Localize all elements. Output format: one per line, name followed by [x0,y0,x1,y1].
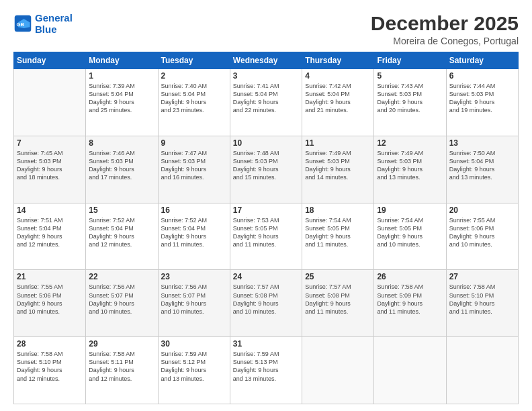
day-number: 5 [377,71,443,81]
day-number: 23 [161,272,227,281]
day-number: 27 [449,272,515,281]
calendar-cell: 25Sunrise: 7:57 AM Sunset: 5:08 PM Dayli… [302,270,374,337]
day-number: 20 [449,205,515,215]
calendar-week-row: 14Sunrise: 7:51 AM Sunset: 5:04 PM Dayli… [14,203,519,270]
calendar-week-row: 28Sunrise: 7:58 AM Sunset: 5:10 PM Dayli… [14,337,519,404]
calendar-cell: 16Sunrise: 7:52 AM Sunset: 5:04 PM Dayli… [158,203,230,270]
calendar-header-row: SundayMondayTuesdayWednesdayThursdayFrid… [14,52,519,69]
day-info: Sunrise: 7:41 AM Sunset: 5:04 PM Dayligh… [233,82,299,115]
day-info: Sunrise: 7:59 AM Sunset: 5:12 PM Dayligh… [161,350,227,383]
day-info: Sunrise: 7:49 AM Sunset: 5:03 PM Dayligh… [305,149,371,182]
calendar-table: SundayMondayTuesdayWednesdayThursdayFrid… [13,52,519,404]
day-info: Sunrise: 7:58 AM Sunset: 5:10 PM Dayligh… [17,350,83,383]
day-info: Sunrise: 7:39 AM Sunset: 5:04 PM Dayligh… [89,82,154,115]
day-number: 29 [89,339,154,349]
day-number: 9 [161,138,227,148]
day-number: 31 [233,339,299,349]
day-number: 18 [305,205,371,215]
title-block: December 2025 Moreira de Conegos, Portug… [371,12,519,46]
day-info: Sunrise: 7:58 AM Sunset: 5:11 PM Dayligh… [89,350,154,383]
day-info: Sunrise: 7:51 AM Sunset: 5:04 PM Dayligh… [17,216,83,249]
day-number: 22 [89,272,154,281]
logo-icon: GB [13,14,32,33]
weekday-header: Thursday [302,52,374,69]
day-info: Sunrise: 7:59 AM Sunset: 5:13 PM Dayligh… [233,350,299,383]
calendar-cell: 22Sunrise: 7:56 AM Sunset: 5:07 PM Dayli… [86,270,158,337]
day-info: Sunrise: 7:48 AM Sunset: 5:03 PM Dayligh… [233,149,299,182]
calendar-cell: 19Sunrise: 7:54 AM Sunset: 5:05 PM Dayli… [374,203,446,270]
day-info: Sunrise: 7:42 AM Sunset: 5:04 PM Dayligh… [305,82,371,115]
calendar-cell: 30Sunrise: 7:59 AM Sunset: 5:12 PM Dayli… [158,337,230,404]
day-info: Sunrise: 7:46 AM Sunset: 5:03 PM Dayligh… [89,149,154,182]
calendar-cell: 18Sunrise: 7:54 AM Sunset: 5:05 PM Dayli… [302,203,374,270]
day-number: 16 [161,205,227,215]
logo: GB General Blue [13,12,73,36]
calendar-cell: 14Sunrise: 7:51 AM Sunset: 5:04 PM Dayli… [14,203,86,270]
day-number: 11 [305,138,371,148]
calendar-cell: 3Sunrise: 7:41 AM Sunset: 5:04 PM Daylig… [230,69,302,136]
day-number: 10 [233,138,299,148]
day-number: 2 [161,71,227,81]
calendar-cell: 13Sunrise: 7:50 AM Sunset: 5:04 PM Dayli… [446,136,518,203]
day-number: 15 [89,205,154,215]
calendar-week-row: 1Sunrise: 7:39 AM Sunset: 5:04 PM Daylig… [14,69,519,136]
day-info: Sunrise: 7:57 AM Sunset: 5:08 PM Dayligh… [305,283,371,316]
calendar-cell: 29Sunrise: 7:58 AM Sunset: 5:11 PM Dayli… [86,337,158,404]
day-number: 19 [377,205,443,215]
calendar-cell: 28Sunrise: 7:58 AM Sunset: 5:10 PM Dayli… [14,337,86,404]
calendar-week-row: 7Sunrise: 7:45 AM Sunset: 5:03 PM Daylig… [14,136,519,203]
day-info: Sunrise: 7:43 AM Sunset: 5:03 PM Dayligh… [377,82,443,115]
day-number: 28 [17,339,83,349]
weekday-header: Monday [86,52,158,69]
day-number: 13 [449,138,515,148]
day-number: 25 [305,272,371,281]
day-info: Sunrise: 7:44 AM Sunset: 5:03 PM Dayligh… [449,82,515,115]
day-info: Sunrise: 7:50 AM Sunset: 5:04 PM Dayligh… [449,149,515,182]
calendar-cell: 24Sunrise: 7:57 AM Sunset: 5:08 PM Dayli… [230,270,302,337]
header: GB General Blue December 2025 Moreira de… [13,12,519,46]
calendar-cell: 1Sunrise: 7:39 AM Sunset: 5:04 PM Daylig… [86,69,158,136]
calendar-cell [374,337,446,404]
calendar-cell: 11Sunrise: 7:49 AM Sunset: 5:03 PM Dayli… [302,136,374,203]
calendar-week-row: 21Sunrise: 7:55 AM Sunset: 5:06 PM Dayli… [14,270,519,337]
weekday-header: Friday [374,52,446,69]
calendar-cell [14,69,86,136]
day-info: Sunrise: 7:47 AM Sunset: 5:03 PM Dayligh… [161,149,227,182]
day-info: Sunrise: 7:53 AM Sunset: 5:05 PM Dayligh… [233,216,299,249]
day-number: 24 [233,272,299,281]
calendar-cell: 27Sunrise: 7:58 AM Sunset: 5:10 PM Dayli… [446,270,518,337]
calendar-cell: 10Sunrise: 7:48 AM Sunset: 5:03 PM Dayli… [230,136,302,203]
day-number: 17 [233,205,299,215]
calendar-cell: 6Sunrise: 7:44 AM Sunset: 5:03 PM Daylig… [446,69,518,136]
calendar-cell: 21Sunrise: 7:55 AM Sunset: 5:06 PM Dayli… [14,270,86,337]
day-info: Sunrise: 7:57 AM Sunset: 5:08 PM Dayligh… [233,283,299,316]
logo-line2: Blue [35,24,57,35]
day-number: 7 [17,138,83,148]
calendar-cell [446,337,518,404]
calendar-cell: 4Sunrise: 7:42 AM Sunset: 5:04 PM Daylig… [302,69,374,136]
day-info: Sunrise: 7:55 AM Sunset: 5:06 PM Dayligh… [449,216,515,249]
weekday-header: Tuesday [158,52,230,69]
day-info: Sunrise: 7:52 AM Sunset: 5:04 PM Dayligh… [161,216,227,249]
day-info: Sunrise: 7:54 AM Sunset: 5:05 PM Dayligh… [377,216,443,249]
day-info: Sunrise: 7:49 AM Sunset: 5:03 PM Dayligh… [377,149,443,182]
day-number: 21 [17,272,83,281]
month-title: December 2025 [371,12,519,34]
day-info: Sunrise: 7:56 AM Sunset: 5:07 PM Dayligh… [161,283,227,316]
weekday-header: Saturday [446,52,518,69]
day-info: Sunrise: 7:56 AM Sunset: 5:07 PM Dayligh… [89,283,154,316]
day-number: 30 [161,339,227,349]
page: GB General Blue December 2025 Moreira de… [0,0,532,411]
day-number: 8 [89,138,154,148]
calendar-cell: 9Sunrise: 7:47 AM Sunset: 5:03 PM Daylig… [158,136,230,203]
day-number: 26 [377,272,443,281]
day-info: Sunrise: 7:54 AM Sunset: 5:05 PM Dayligh… [305,216,371,249]
day-number: 4 [305,71,371,81]
calendar-cell: 7Sunrise: 7:45 AM Sunset: 5:03 PM Daylig… [14,136,86,203]
day-number: 6 [449,71,515,81]
calendar-cell [302,337,374,404]
calendar-body: 1Sunrise: 7:39 AM Sunset: 5:04 PM Daylig… [14,69,519,404]
calendar-cell: 31Sunrise: 7:59 AM Sunset: 5:13 PM Dayli… [230,337,302,404]
calendar-cell: 17Sunrise: 7:53 AM Sunset: 5:05 PM Dayli… [230,203,302,270]
calendar-cell: 12Sunrise: 7:49 AM Sunset: 5:03 PM Dayli… [374,136,446,203]
